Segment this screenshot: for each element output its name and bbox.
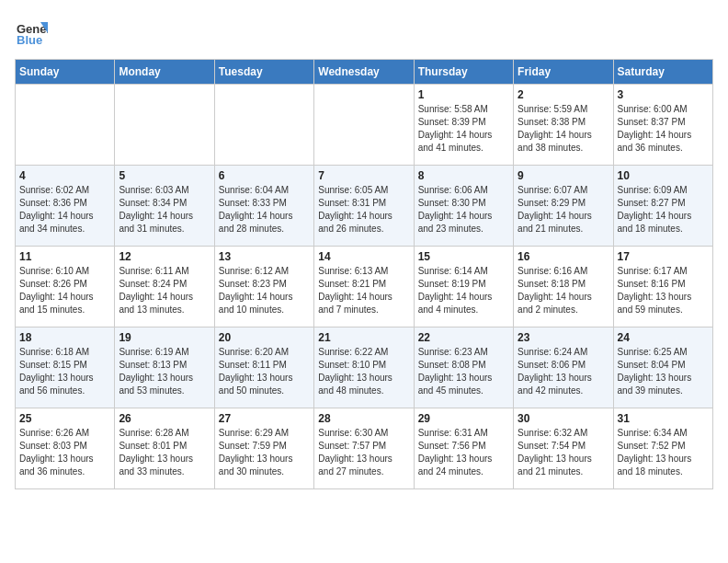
calendar-cell: 11Sunrise: 6:10 AM Sunset: 8:26 PM Dayli…: [16, 247, 115, 327]
day-info: Sunrise: 6:10 AM Sunset: 8:26 PM Dayligh…: [19, 265, 110, 316]
day-number: 4: [19, 169, 110, 182]
calendar-cell: [314, 85, 414, 166]
calendar-cell: 12Sunrise: 6:11 AM Sunset: 8:24 PM Dayli…: [115, 247, 214, 327]
day-info: Sunrise: 6:19 AM Sunset: 8:13 PM Dayligh…: [119, 346, 210, 397]
day-info: Sunrise: 6:00 AM Sunset: 8:37 PM Dayligh…: [618, 103, 709, 155]
day-number: 20: [219, 331, 310, 344]
day-info: Sunrise: 6:29 AM Sunset: 7:59 PM Dayligh…: [219, 427, 310, 478]
day-info: Sunrise: 6:26 AM Sunset: 8:03 PM Dayligh…: [19, 427, 110, 478]
day-info: Sunrise: 6:02 AM Sunset: 8:36 PM Dayligh…: [19, 184, 110, 236]
calendar-cell: 2Sunrise: 5:59 AM Sunset: 8:38 PM Daylig…: [514, 85, 613, 166]
day-number: 18: [19, 331, 110, 344]
calendar-week-row: 18Sunrise: 6:18 AM Sunset: 8:15 PM Dayli…: [16, 327, 713, 408]
weekday-header: Wednesday: [314, 60, 414, 85]
day-info: Sunrise: 6:17 AM Sunset: 8:16 PM Dayligh…: [618, 265, 709, 316]
day-info: Sunrise: 6:18 AM Sunset: 8:15 PM Dayligh…: [19, 346, 110, 397]
calendar-table: SundayMondayTuesdayWednesdayThursdayFrid…: [15, 59, 713, 489]
day-number: 27: [219, 412, 310, 425]
calendar-week-row: 11Sunrise: 6:10 AM Sunset: 8:26 PM Dayli…: [16, 247, 713, 327]
day-info: Sunrise: 6:24 AM Sunset: 8:06 PM Dayligh…: [518, 346, 609, 397]
day-number: 21: [318, 331, 409, 344]
calendar-cell: 27Sunrise: 6:29 AM Sunset: 7:59 PM Dayli…: [214, 408, 313, 489]
calendar-cell: 15Sunrise: 6:14 AM Sunset: 8:19 PM Dayli…: [414, 247, 513, 327]
day-number: 26: [119, 412, 210, 425]
day-number: 10: [618, 169, 709, 182]
calendar-cell: 19Sunrise: 6:19 AM Sunset: 8:13 PM Dayli…: [115, 327, 214, 408]
day-number: 6: [219, 169, 310, 182]
calendar-cell: 1Sunrise: 5:58 AM Sunset: 8:39 PM Daylig…: [414, 85, 513, 166]
day-info: Sunrise: 6:34 AM Sunset: 7:52 PM Dayligh…: [618, 427, 709, 478]
day-info: Sunrise: 6:25 AM Sunset: 8:04 PM Dayligh…: [618, 346, 709, 397]
calendar-cell: 30Sunrise: 6:32 AM Sunset: 7:54 PM Dayli…: [514, 408, 613, 489]
calendar-cell: 28Sunrise: 6:30 AM Sunset: 7:57 PM Dayli…: [314, 408, 414, 489]
day-number: 19: [119, 331, 210, 344]
day-info: Sunrise: 6:23 AM Sunset: 8:08 PM Dayligh…: [418, 346, 509, 397]
calendar-cell: 21Sunrise: 6:22 AM Sunset: 8:10 PM Dayli…: [314, 327, 414, 408]
day-info: Sunrise: 6:04 AM Sunset: 8:33 PM Dayligh…: [219, 184, 310, 236]
calendar-cell: 16Sunrise: 6:16 AM Sunset: 8:18 PM Dayli…: [514, 247, 613, 327]
calendar-cell: [214, 85, 313, 166]
day-number: 23: [518, 331, 609, 344]
day-info: Sunrise: 6:30 AM Sunset: 7:57 PM Dayligh…: [318, 427, 409, 478]
day-info: Sunrise: 6:12 AM Sunset: 8:23 PM Dayligh…: [219, 265, 310, 316]
day-number: 1: [418, 88, 509, 101]
day-info: Sunrise: 6:28 AM Sunset: 8:01 PM Dayligh…: [119, 427, 210, 478]
svg-text:Blue: Blue: [17, 33, 42, 47]
weekday-header: Friday: [514, 60, 613, 85]
day-number: 17: [618, 250, 709, 263]
page-header: General Blue: [15, 15, 713, 48]
calendar-cell: 23Sunrise: 6:24 AM Sunset: 8:06 PM Dayli…: [514, 327, 613, 408]
logo: General Blue: [15, 15, 48, 48]
day-info: Sunrise: 6:16 AM Sunset: 8:18 PM Dayligh…: [518, 265, 609, 316]
day-number: 29: [418, 412, 509, 425]
calendar-cell: 9Sunrise: 6:07 AM Sunset: 8:29 PM Daylig…: [514, 166, 613, 247]
weekday-header: Sunday: [16, 60, 115, 85]
day-info: Sunrise: 6:06 AM Sunset: 8:30 PM Dayligh…: [418, 184, 509, 236]
calendar-cell: 4Sunrise: 6:02 AM Sunset: 8:36 PM Daylig…: [16, 166, 115, 247]
calendar-cell: 26Sunrise: 6:28 AM Sunset: 8:01 PM Dayli…: [115, 408, 214, 489]
logo-icon: General Blue: [15, 15, 48, 48]
calendar-week-row: 4Sunrise: 6:02 AM Sunset: 8:36 PM Daylig…: [16, 166, 713, 247]
weekday-header: Tuesday: [214, 60, 313, 85]
day-number: 31: [618, 412, 709, 425]
day-number: 5: [119, 169, 210, 182]
day-info: Sunrise: 6:14 AM Sunset: 8:19 PM Dayligh…: [418, 265, 509, 316]
day-number: 28: [318, 412, 409, 425]
day-info: Sunrise: 6:20 AM Sunset: 8:11 PM Dayligh…: [219, 346, 310, 397]
calendar-cell: 18Sunrise: 6:18 AM Sunset: 8:15 PM Dayli…: [16, 327, 115, 408]
calendar-cell: 6Sunrise: 6:04 AM Sunset: 8:33 PM Daylig…: [214, 166, 313, 247]
day-info: Sunrise: 6:03 AM Sunset: 8:34 PM Dayligh…: [119, 184, 210, 236]
day-number: 14: [318, 250, 409, 263]
calendar-cell: 10Sunrise: 6:09 AM Sunset: 8:27 PM Dayli…: [613, 166, 712, 247]
calendar-cell: 7Sunrise: 6:05 AM Sunset: 8:31 PM Daylig…: [314, 166, 414, 247]
day-number: 8: [418, 169, 509, 182]
calendar-cell: 14Sunrise: 6:13 AM Sunset: 8:21 PM Dayli…: [314, 247, 414, 327]
day-info: Sunrise: 6:07 AM Sunset: 8:29 PM Dayligh…: [518, 184, 609, 236]
calendar-cell: 31Sunrise: 6:34 AM Sunset: 7:52 PM Dayli…: [613, 408, 712, 489]
day-number: 16: [518, 250, 609, 263]
day-number: 12: [119, 250, 210, 263]
day-info: Sunrise: 6:05 AM Sunset: 8:31 PM Dayligh…: [318, 184, 409, 236]
calendar-cell: 3Sunrise: 6:00 AM Sunset: 8:37 PM Daylig…: [613, 85, 712, 166]
day-info: Sunrise: 6:13 AM Sunset: 8:21 PM Dayligh…: [318, 265, 409, 316]
weekday-header: Thursday: [414, 60, 513, 85]
day-number: 3: [618, 88, 709, 101]
day-number: 2: [518, 88, 609, 101]
day-number: 30: [518, 412, 609, 425]
day-info: Sunrise: 6:22 AM Sunset: 8:10 PM Dayligh…: [318, 346, 409, 397]
calendar-cell: 17Sunrise: 6:17 AM Sunset: 8:16 PM Dayli…: [613, 247, 712, 327]
calendar-cell: 29Sunrise: 6:31 AM Sunset: 7:56 PM Dayli…: [414, 408, 513, 489]
calendar-cell: 25Sunrise: 6:26 AM Sunset: 8:03 PM Dayli…: [16, 408, 115, 489]
day-number: 7: [318, 169, 409, 182]
calendar-cell: 22Sunrise: 6:23 AM Sunset: 8:08 PM Dayli…: [414, 327, 513, 408]
day-number: 25: [19, 412, 110, 425]
calendar-week-row: 1Sunrise: 5:58 AM Sunset: 8:39 PM Daylig…: [16, 85, 713, 166]
calendar-cell: [115, 85, 214, 166]
day-number: 24: [618, 331, 709, 344]
weekday-header: Saturday: [613, 60, 712, 85]
day-info: Sunrise: 5:59 AM Sunset: 8:38 PM Dayligh…: [518, 103, 609, 155]
day-info: Sunrise: 6:09 AM Sunset: 8:27 PM Dayligh…: [618, 184, 709, 236]
calendar-cell: 8Sunrise: 6:06 AM Sunset: 8:30 PM Daylig…: [414, 166, 513, 247]
calendar-cell: 24Sunrise: 6:25 AM Sunset: 8:04 PM Dayli…: [613, 327, 712, 408]
day-info: Sunrise: 5:58 AM Sunset: 8:39 PM Dayligh…: [418, 103, 509, 155]
